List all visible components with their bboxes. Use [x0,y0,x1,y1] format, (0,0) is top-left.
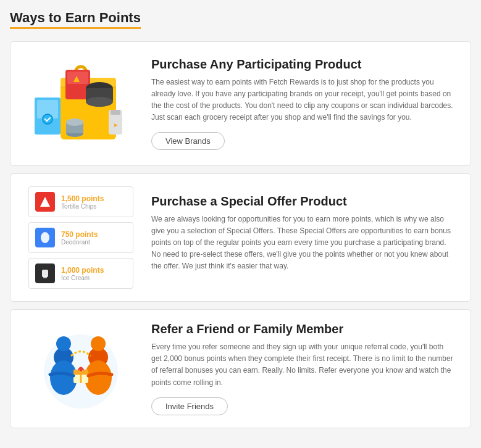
card-desc-special-offer: We are always looking for opportunities … [151,214,456,273]
card-title-special-offer: Purchase a Special Offer Product [151,194,456,209]
offer-icon-deodorant [35,228,55,247]
svg-rect-13 [111,110,120,115]
view-brands-button[interactable]: View Brands [151,132,225,150]
card-desc-participating: The easiest way to earn points with Fetc… [151,77,456,124]
offer-info-deodorant: 750 points Deodorant [61,230,98,246]
invite-friends-button[interactable]: Invite Friends [151,397,228,415]
offer-info-chips: 1,500 points Tortilla Chips [61,194,104,210]
offer-points-chips: 1,500 points [61,194,104,203]
svg-point-19 [41,232,49,243]
offer-item-2: 750 points Deodorant [28,222,133,253]
svg-point-11 [86,97,113,107]
svg-marker-18 [40,197,50,207]
offer-product-chips: Tortilla Chips [61,203,104,210]
svg-text:➤: ➤ [113,122,118,128]
svg-point-17 [66,118,83,126]
offers-list: 1,500 points Tortilla Chips 750 points D… [28,186,133,289]
offer-points-deodorant: 750 points [61,230,98,239]
card-title-refer: Refer a Friend or Family Member [151,322,456,336]
card-participating-product: ➤ Purchase Any Participating Product The… [10,41,471,166]
card-refer-friend: Refer a Friend or Family Member Every ti… [10,309,471,428]
refer-friend-illustration [25,325,136,412]
svg-rect-21 [43,276,47,278]
svg-point-24 [50,360,77,395]
special-offer-illustration: 1,500 points Tortilla Chips 750 points D… [25,186,136,289]
svg-point-33 [91,336,106,351]
page-title: Ways to Earn Points [10,10,141,29]
offer-points-icecream: 1,000 points [61,266,104,275]
offer-icon-icecream [35,263,55,283]
svg-point-31 [80,368,83,371]
card-content-special-offer: Purchase a Special Offer Product We are … [151,194,456,281]
offer-icon-chips [35,192,55,212]
sections-wrapper: ➤ Purchase Any Participating Product The… [10,41,471,428]
svg-point-32 [56,336,71,351]
card-desc-refer: Every time you refer someone and they si… [151,341,456,389]
offer-product-icecream: Ice Cream [61,275,104,281]
offer-product-deodorant: Deodorant [61,239,98,246]
offer-item-1: 1,500 points Tortilla Chips [28,186,133,217]
card-content-refer: Refer a Friend or Family Member Every ti… [151,322,456,415]
grocery-bag-illustration: ➤ [25,54,136,153]
card-title-participating: Purchase Any Participating Product [151,57,456,72]
svg-point-2 [43,114,52,124]
offer-info-icecream: 1,000 points Ice Cream [61,266,104,281]
offer-item-3: 1,000 points Ice Cream [28,258,133,289]
svg-point-26 [85,360,112,395]
card-content-participating: Purchase Any Participating Product The e… [151,57,456,151]
card-special-offer: 1,500 points Tortilla Chips 750 points D… [10,173,471,302]
